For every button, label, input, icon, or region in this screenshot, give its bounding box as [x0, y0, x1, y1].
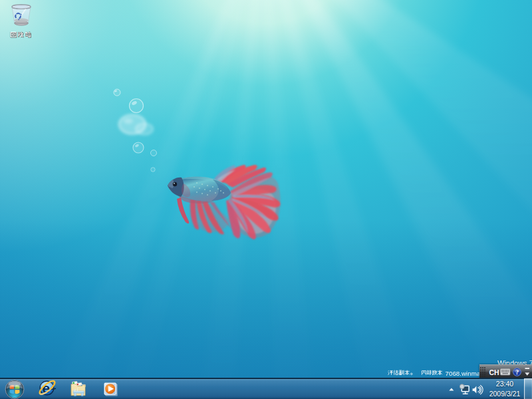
- svg-text:?: ?: [515, 369, 519, 376]
- svg-text:CH: CH: [489, 368, 499, 376]
